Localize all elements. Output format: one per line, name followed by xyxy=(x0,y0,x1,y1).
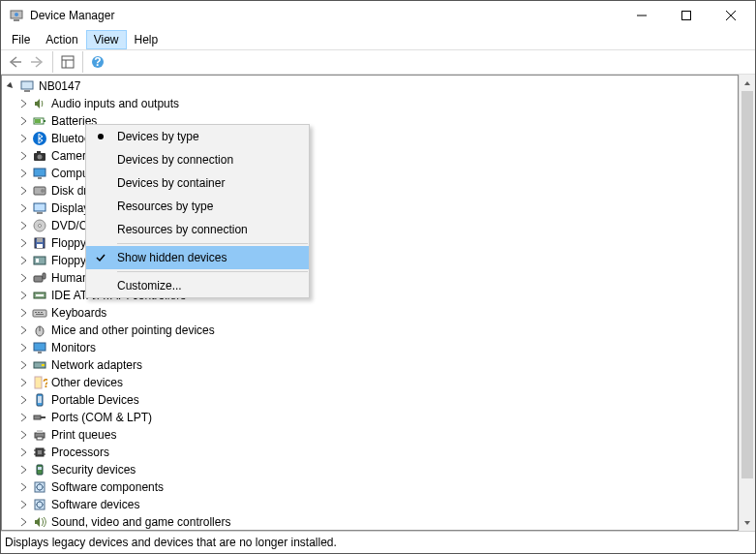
expand-icon[interactable] xyxy=(16,97,30,110)
expand-icon[interactable] xyxy=(16,446,30,459)
expand-icon[interactable] xyxy=(16,376,30,389)
svg-point-24 xyxy=(41,189,45,193)
expand-icon[interactable] xyxy=(16,254,30,267)
expand-icon[interactable] xyxy=(16,167,30,180)
expand-icon[interactable] xyxy=(16,184,30,198)
svg-rect-13 xyxy=(24,90,30,92)
svg-rect-39 xyxy=(35,312,37,313)
toolbar-separator xyxy=(52,51,53,73)
tree-node[interactable]: Portable Devices xyxy=(2,391,738,409)
expand-icon[interactable] xyxy=(16,323,30,337)
computer-icon xyxy=(19,78,35,94)
svg-point-2 xyxy=(15,13,18,16)
tree-node[interactable]: Ports (COM & LPT) xyxy=(2,409,738,426)
vertical-scrollbar[interactable] xyxy=(739,75,755,531)
expand-icon[interactable] xyxy=(16,114,30,128)
menu-item-label: Devices by type xyxy=(115,130,199,143)
expand-icon[interactable] xyxy=(16,236,30,250)
expand-icon[interactable] xyxy=(16,428,30,442)
toolbar-properties-button[interactable] xyxy=(56,51,79,73)
maximize-button[interactable] xyxy=(664,1,709,30)
tree-node[interactable]: Keyboards xyxy=(2,304,738,322)
menu-show-hidden-devices[interactable]: Show hidden devices xyxy=(86,246,309,269)
toolbar: ? xyxy=(1,49,755,75)
menu-item-label: Show hidden devices xyxy=(115,251,227,264)
question-icon: ? xyxy=(32,375,47,390)
minimize-button[interactable] xyxy=(620,1,664,30)
floppy-icon xyxy=(32,235,47,251)
window-controls xyxy=(620,1,753,30)
svg-rect-56 xyxy=(37,437,43,440)
menu-separator xyxy=(117,243,308,244)
tree-node[interactable]: Monitors xyxy=(2,339,738,356)
toolbar-back-button[interactable] xyxy=(3,51,26,73)
expand-icon[interactable] xyxy=(16,271,30,285)
view-menu-dropdown: Devices by type Devices by connection De… xyxy=(85,124,310,298)
menu-view[interactable]: View xyxy=(86,30,127,49)
expand-icon[interactable] xyxy=(16,358,30,372)
svg-rect-37 xyxy=(36,294,44,296)
close-button[interactable] xyxy=(709,1,753,30)
expand-icon[interactable] xyxy=(16,393,30,407)
printer-icon xyxy=(32,427,47,443)
scroll-down-button[interactable] xyxy=(740,514,755,531)
tree-node[interactable]: Software devices xyxy=(2,496,738,513)
expand-icon[interactable] xyxy=(16,289,30,302)
expand-icon[interactable] xyxy=(16,149,30,163)
menu-customize[interactable]: Customize... xyxy=(86,274,309,297)
tree-node[interactable]: Audio inputs and outputs xyxy=(2,95,738,112)
tree-node-label: Ports (COM & LPT) xyxy=(51,411,152,424)
svg-rect-16 xyxy=(35,119,41,123)
ports-icon xyxy=(32,410,47,425)
menu-file[interactable]: File xyxy=(4,30,38,49)
expand-icon[interactable] xyxy=(16,201,30,215)
tree-node[interactable]: ?Other devices xyxy=(2,374,738,391)
svg-rect-22 xyxy=(38,177,42,179)
tree-node-label: Network adapters xyxy=(51,358,142,372)
expand-icon[interactable] xyxy=(16,411,30,424)
expand-icon[interactable] xyxy=(16,341,30,354)
tree-node-label: Print queues xyxy=(51,428,116,442)
software-icon xyxy=(32,497,47,512)
tree-node[interactable]: Mice and other pointing devices xyxy=(2,322,738,339)
tree-node[interactable]: Network adapters xyxy=(2,356,738,374)
collapse-icon[interactable] xyxy=(4,79,17,93)
tree-node[interactable]: Processors xyxy=(2,444,738,461)
menu-resources-by-connection[interactable]: Resources by connection xyxy=(86,218,309,241)
expand-icon[interactable] xyxy=(16,498,30,511)
svg-rect-26 xyxy=(37,212,43,214)
scroll-thumb[interactable] xyxy=(741,91,753,478)
tree-node[interactable]: Sound, video and game controllers xyxy=(2,513,738,530)
menu-resources-by-type[interactable]: Resources by type xyxy=(86,195,309,218)
tree-node-label: Software components xyxy=(51,480,164,494)
tree-root-row[interactable]: NB0147 xyxy=(2,77,738,95)
expand-icon[interactable] xyxy=(16,515,30,529)
tree-node[interactable]: Security devices xyxy=(2,461,738,478)
expand-icon[interactable] xyxy=(16,306,30,320)
expand-icon[interactable] xyxy=(16,463,30,477)
menu-action[interactable]: Action xyxy=(38,30,85,49)
menu-devices-by-container[interactable]: Devices by container xyxy=(86,171,309,195)
expand-icon[interactable] xyxy=(16,219,30,232)
tree-node[interactable]: Software components xyxy=(2,478,738,496)
svg-rect-15 xyxy=(44,120,45,122)
scroll-up-button[interactable] xyxy=(740,75,755,91)
monitor-icon xyxy=(32,166,47,181)
tree-node-label: Security devices xyxy=(51,463,136,477)
menu-help[interactable]: Help xyxy=(127,30,166,49)
menu-devices-by-connection[interactable]: Devices by connection xyxy=(86,148,309,171)
expand-icon[interactable] xyxy=(16,132,30,145)
expand-icon[interactable] xyxy=(16,480,30,494)
toolbar-forward-button[interactable] xyxy=(26,51,49,73)
tree-node-label: Monitors xyxy=(51,341,96,354)
toolbar-help-button[interactable]: ? xyxy=(86,51,109,73)
svg-rect-12 xyxy=(21,81,33,89)
tree-node-label: Processors xyxy=(51,446,109,459)
svg-rect-58 xyxy=(38,450,42,454)
tree-node[interactable]: Print queues xyxy=(2,426,738,444)
menu-devices-by-type[interactable]: Devices by type xyxy=(86,125,309,148)
tree-root-label: NB0147 xyxy=(39,79,80,93)
status-bar-text: Displays legacy devices and devices that… xyxy=(5,536,337,549)
svg-rect-45 xyxy=(34,343,45,351)
svg-rect-41 xyxy=(41,312,43,313)
